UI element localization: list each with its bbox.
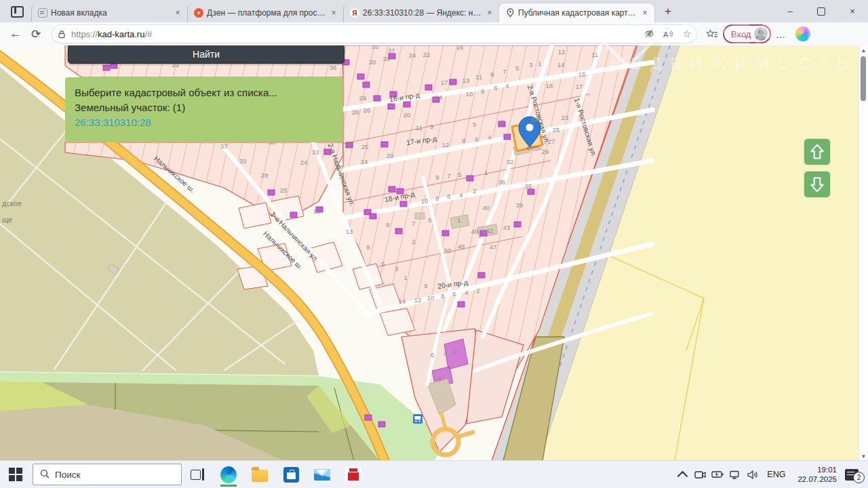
taskbar-clock[interactable]: 19:01 22.07.2025 (792, 465, 842, 485)
parcel-number: 8 (481, 87, 484, 95)
parcel-number: 49 (471, 228, 479, 235)
back-button[interactable]: ← (5, 24, 26, 44)
tab-new-tab[interactable]: Новая вкладка × (31, 3, 187, 22)
tab-close-icon[interactable]: × (328, 7, 339, 18)
parcel-number: 6 (475, 136, 478, 143)
meet-now-icon[interactable] (692, 467, 707, 482)
scroll-down-arrow[interactable]: ▼ (859, 451, 868, 461)
tab-close-icon[interactable]: × (484, 7, 495, 18)
parcel-number: 14 (557, 61, 565, 68)
parcel-number: 1 (457, 216, 460, 224)
parcel-number: 1 (403, 274, 407, 281)
address-bar[interactable]: https://kad-karta.ru/# A ☆ (52, 24, 697, 43)
copilot-icon[interactable] (795, 26, 810, 41)
parcel-number: 11 (475, 73, 482, 81)
taskbar-edge-icon[interactable] (220, 466, 237, 487)
parcel-number: 16 (456, 45, 464, 51)
parcel-number: 10 (427, 294, 435, 302)
building (425, 85, 432, 90)
pan-up-button[interactable] (804, 139, 830, 165)
building (357, 74, 364, 79)
taskbar: Поиск ENG 19:01 22.07.2025 (0, 460, 868, 488)
parcel-number: 36 (498, 178, 506, 186)
browser-toolbar: ← ⟳ https://kad-karta.ru/# A ☆ Вход … (0, 22, 868, 46)
page-scrollbar[interactable]: ▲ ▼ (859, 45, 868, 461)
parcel-number: 13 (462, 77, 470, 84)
volume-icon[interactable] (745, 467, 760, 482)
dzen-favicon (193, 7, 204, 18)
collections-icon[interactable] (701, 29, 723, 39)
parcel-number: 12 (442, 141, 450, 148)
url-text: https://kad-karta.ru/# (71, 29, 639, 39)
parcel-number: 29 (542, 148, 549, 155)
building (378, 422, 385, 427)
parcel-number: 39 (516, 201, 524, 209)
search-placeholder: Поиск (55, 470, 80, 480)
building (111, 63, 117, 68)
parcel-number: 13 (346, 228, 353, 235)
cadastral-number-link[interactable]: 26:33:310310:28 (75, 117, 151, 128)
network-icon[interactable] (728, 467, 743, 482)
scroll-up-arrow[interactable]: ▲ (859, 45, 868, 55)
hidden-icons-chevron[interactable] (675, 467, 690, 482)
building (268, 190, 275, 195)
parcel-number: 2 (473, 187, 476, 195)
tab-title: 26:33:310310:28 — Яндекс: нашё (363, 8, 481, 18)
building (403, 102, 410, 107)
window-close-button[interactable]: × (837, 0, 868, 22)
parcel-number: 33 (312, 148, 319, 156)
building (103, 65, 110, 70)
tab-cadastral-map[interactable]: Публичная кадастровая карта Р × (499, 3, 654, 22)
parcel-number: 5 (473, 121, 476, 128)
tab-close-icon[interactable]: × (639, 7, 650, 18)
settings-menu-icon[interactable]: … (771, 28, 790, 40)
mail-icon[interactable] (314, 466, 330, 483)
favorite-star-icon[interactable]: ☆ (677, 28, 696, 40)
tab-actions-menu-icon[interactable] (7, 3, 27, 20)
parcel-number: 8 (435, 195, 439, 202)
pan-down-button[interactable] (804, 171, 830, 197)
building (528, 189, 534, 195)
scrollbar-thumb[interactable] (861, 56, 866, 101)
parcel-number: 3 (529, 61, 532, 68)
find-button[interactable]: Найти (68, 45, 344, 64)
read-aloud-icon[interactable]: A (658, 29, 677, 39)
gift-app-icon[interactable] (345, 466, 361, 483)
sign-in-button[interactable]: Вход (723, 24, 771, 43)
tab-close-icon[interactable]: × (172, 7, 183, 18)
taskbar-search[interactable]: Поиск (33, 464, 182, 485)
parcel-number: 48 (458, 243, 465, 250)
window-restore-button[interactable] (806, 0, 837, 22)
battery-icon[interactable] (710, 467, 725, 482)
tab-dzen[interactable]: Дзен — платформа для просмот × (187, 3, 343, 22)
building (389, 186, 395, 192)
language-indicator[interactable]: ENG (763, 470, 789, 479)
parcel-number: 22 (423, 51, 431, 58)
parcel-number: 12 (414, 296, 422, 304)
lock-icon[interactable] (52, 30, 71, 39)
start-button[interactable] (7, 466, 24, 483)
microsoft-store-icon[interactable] (283, 466, 299, 483)
parcel-number: 35 (525, 182, 532, 190)
parcel-number: 4 (443, 350, 447, 357)
yandex-favicon: Я (349, 7, 360, 18)
refresh-button[interactable]: ⟳ (26, 24, 46, 44)
window-minimize-button[interactable]: – (774, 0, 806, 22)
parcel-number: 20 (403, 111, 411, 119)
window-controls: – × (774, 0, 868, 22)
parcel-number: 25 (361, 143, 369, 150)
building (442, 230, 449, 236)
notification-center-icon[interactable]: 2 (845, 469, 859, 481)
clock-time: 19:01 (797, 465, 837, 474)
parcel-number: 9 (490, 70, 494, 78)
file-explorer-icon[interactable] (252, 466, 268, 483)
parcel-number: 24 (300, 159, 308, 166)
task-view-button[interactable] (189, 466, 205, 483)
tab-yandex-search[interactable]: Я 26:33:310310:28 — Яндекс: нашё × (343, 3, 499, 22)
search-result-panel: Выберите кадастровый объект из списка...… (65, 77, 343, 142)
parcel-number: 4 (459, 191, 462, 199)
parcel-number: 7 (447, 172, 450, 180)
new-tab-button[interactable]: + (658, 2, 677, 21)
parcel-number: 3 (395, 265, 398, 272)
tracking-prevention-icon[interactable] (639, 29, 658, 39)
